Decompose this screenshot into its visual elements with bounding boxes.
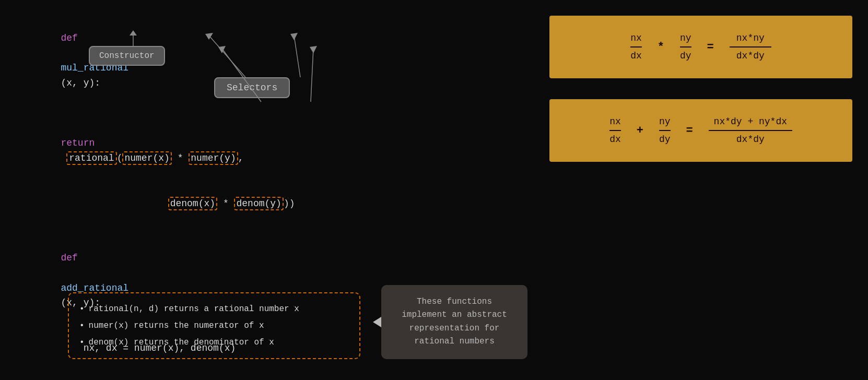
frac-ny-dy: ny dy — [680, 33, 691, 61]
frac-nx: nx — [630, 33, 642, 45]
arrow-left-icon — [373, 317, 381, 327]
frac-nx-dx: nx dx — [630, 33, 642, 61]
return-indent — [61, 123, 83, 134]
add-frac-ny: ny — [659, 116, 671, 129]
frac-nxny: nx*ny — [736, 33, 765, 45]
selector-denom-x: denom(x) — [168, 197, 217, 210]
bullet-1-text: rational(n, d) returns a rational number… — [89, 301, 299, 317]
bottom-annotation: • rational(n, d) returns a rational numb… — [68, 292, 360, 359]
bullet-item-1: • rational(n, d) returns a rational numb… — [79, 301, 349, 317]
args: (x, y): — [61, 78, 100, 88]
paren-open: ( — [117, 153, 123, 163]
add-math-box: nx dx + ny dy = nx*dy + ny*dx dx*dy — [549, 99, 852, 162]
right-annotation-text: These functions implement an abstract re… — [402, 297, 507, 347]
space — [61, 48, 66, 58]
add-frac-line-3 — [709, 130, 792, 131]
constructor-label: Constructor — [99, 51, 155, 61]
add-frac-top: nx*dy + ny*dx — [714, 116, 787, 129]
constructor-annotation: Constructor — [89, 46, 165, 66]
add-eq: = — [686, 124, 693, 137]
right-annotation: These functions implement an abstract re… — [381, 285, 527, 359]
space2 — [61, 153, 66, 163]
mul-op: * — [658, 41, 664, 54]
mul-return-line2: denom(x) * denom(y))) — [16, 181, 539, 226]
mul-return-line1: return rational(numer(x) * numer(y), — [16, 106, 539, 181]
add-frac-line-1 — [609, 130, 621, 131]
frac-line-1 — [630, 46, 642, 48]
code-section: def mul_rational (x, y): return rational… — [16, 10, 539, 370]
frac-dxdy: dx*dy — [736, 49, 765, 61]
constructor-highlight: rational — [66, 151, 116, 165]
bullet-item-3: • denom(x) returns the denominator of x — [79, 334, 349, 351]
add-frac-nx-dx: nx dx — [609, 116, 621, 145]
frac-line-3 — [730, 46, 771, 48]
add-frac-ny-dy: ny dy — [659, 116, 671, 145]
bullet-2-text: numer(x) returns the numerator of x — [89, 317, 264, 334]
add-frac-dy: dy — [659, 132, 671, 145]
selector-numer-x: numer(x) — [122, 151, 171, 165]
bullet-item-2: • numer(x) returns the numerator of x — [79, 317, 349, 334]
def-keyword: def — [61, 33, 77, 43]
add-frac-result: nx*dy + ny*dx dx*dy — [709, 116, 792, 145]
selectors-annotation: Selectors — [214, 77, 290, 98]
return-kw: return — [61, 138, 95, 148]
add-frac-bot: dx*dy — [736, 132, 765, 145]
math-section: nx dx * ny dy = nx*ny dx*dy nx dx — [539, 10, 852, 370]
add-line2: ny, dy = numer(y), denom(y) — [16, 371, 539, 380]
frac-ny: ny — [680, 33, 691, 45]
add-frac-dx: dx — [609, 132, 621, 145]
bullet-3-text: denom(x) returns the denominator of x — [89, 334, 274, 351]
add-frac-line-2 — [659, 130, 671, 131]
selector-numer-y: numer(y) — [189, 151, 238, 165]
frac-dx: dx — [630, 49, 642, 61]
add-op: + — [637, 124, 643, 137]
frac-dy: dy — [680, 49, 691, 61]
mul-eq: = — [707, 41, 714, 54]
selector-denom-y: denom(y) — [234, 197, 283, 210]
mul-math-box: nx dx * ny dy = nx*ny dx*dy — [549, 16, 852, 78]
frac-line-2 — [680, 46, 691, 48]
add-frac-nx: nx — [609, 116, 621, 129]
selectors-label: Selectors — [227, 82, 277, 93]
main-container: def mul_rational (x, y): return rational… — [0, 0, 868, 380]
frac-nxny-dxdy: nx*ny dx*dy — [730, 33, 771, 61]
